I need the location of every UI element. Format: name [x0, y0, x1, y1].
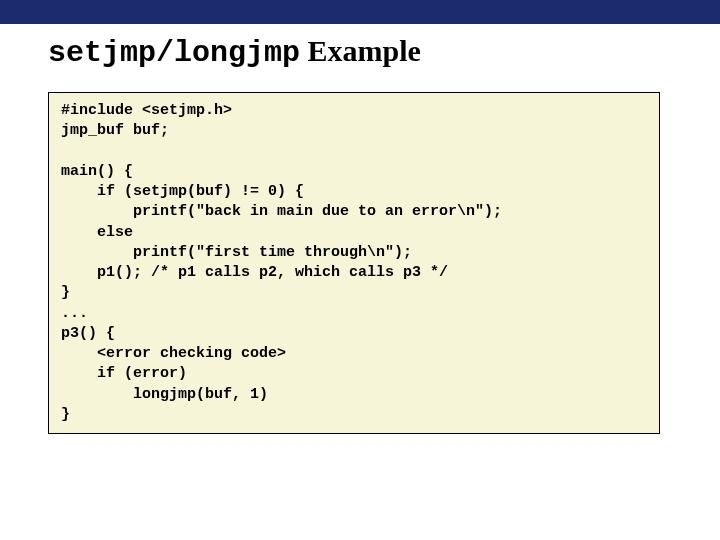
title-longjmp: longjmp	[174, 36, 300, 70]
title-setjmp: setjmp	[48, 36, 156, 70]
title-example: Example	[300, 34, 421, 67]
code-box: #include <setjmp.h> jmp_buf buf; main() …	[48, 92, 660, 434]
slide: setjmp/longjmp Example #include <setjmp.…	[0, 0, 720, 540]
title-slash: /	[156, 36, 174, 70]
code-block: #include <setjmp.h> jmp_buf buf; main() …	[61, 101, 647, 425]
top-bar	[0, 0, 720, 24]
slide-title: setjmp/longjmp Example	[48, 34, 421, 70]
